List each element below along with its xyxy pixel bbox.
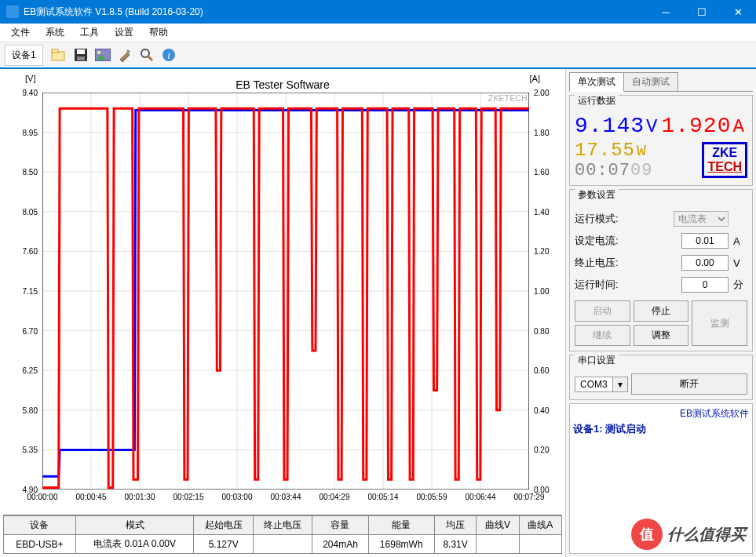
cell-startv: 5.127V <box>194 535 253 554</box>
set-current-input[interactable] <box>681 233 729 249</box>
svg-text:i: i <box>167 49 170 61</box>
results-table: 设备 模式 起始电压 终止电压 容量 能量 均压 曲线V 曲线A EBD-USB… <box>3 515 562 554</box>
svg-rect-0 <box>52 52 64 60</box>
smzdm-watermark: 值 什么值得买 <box>631 519 746 550</box>
cell-endv <box>253 535 312 554</box>
com-port-select[interactable]: COM3▾ <box>575 377 628 392</box>
menu-settings[interactable]: 设置 <box>107 24 141 41</box>
th-curvea: 曲线A <box>519 516 561 535</box>
zketech-logo: ZKE TECH <box>702 142 747 177</box>
param-group: 参数设置 运行模式: 电流表 设定电流: A 终止电压: <box>569 189 753 351</box>
maximize-button[interactable]: ☐ <box>684 0 720 24</box>
svg-point-6 <box>97 51 100 54</box>
run-time-label: 运行时间: <box>575 278 677 292</box>
menu-help[interactable]: 帮助 <box>141 24 176 41</box>
th-startv: 起始电压 <box>194 516 253 535</box>
image-icon[interactable] <box>92 44 114 66</box>
svg-line-9 <box>148 56 152 60</box>
run-data-group: 运行数据 9.143V 1.920A 17.55W 00:0709 ZKE T <box>569 95 753 186</box>
y-left-unit: [V] <box>25 74 35 83</box>
window-title: EB测试系统软件 V1.8.5 (Build 2016-03-20) <box>24 5 648 19</box>
voltage-display: 9.143V <box>575 114 658 138</box>
minimize-button[interactable]: ─ <box>648 0 684 24</box>
set-current-label: 设定电流: <box>575 234 677 248</box>
th-endv: 终止电压 <box>253 516 312 535</box>
cell-avgv: 8.31V <box>434 535 476 554</box>
cell-swatch-a[interactable] <box>519 535 561 554</box>
th-capacity: 容量 <box>312 516 368 535</box>
svg-point-8 <box>141 49 149 57</box>
status-log: EB测试系统软件 设备1: 测试启动 值 什么值得买 <box>569 403 753 554</box>
y-right-unit: [A] <box>530 74 540 83</box>
info-icon[interactable]: i <box>158 44 180 66</box>
run-time-input[interactable] <box>681 277 729 293</box>
chart-title: EB Tester Software <box>236 78 330 91</box>
th-mode: 模式 <box>75 516 194 535</box>
cell-device: EBD-USB+ <box>4 535 76 554</box>
th-device: 设备 <box>4 516 76 535</box>
th-avgv: 均压 <box>434 516 476 535</box>
continue-button[interactable]: 继续 <box>575 325 630 346</box>
search-icon[interactable] <box>136 44 158 66</box>
mode-select[interactable]: 电流表 <box>674 211 729 227</box>
menu-tools[interactable]: 工具 <box>72 24 107 41</box>
save-icon[interactable] <box>70 44 92 66</box>
table-row[interactable]: EBD-USB+ 电流表 0.01A 0.00V 5.127V 204mAh 1… <box>4 535 562 554</box>
menu-system[interactable]: 系统 <box>38 24 72 41</box>
menu-file[interactable]: 文件 <box>3 24 38 41</box>
titlebar: EB测试系统软件 V1.8.5 (Build 2016-03-20) ─ ☐ ✕ <box>0 0 756 24</box>
svg-rect-3 <box>77 49 85 54</box>
toolbar: 设备1 i <box>0 42 756 69</box>
svg-rect-1 <box>52 49 58 53</box>
stop-button[interactable]: 停止 <box>634 300 689 322</box>
timer-display: 00:0709 <box>575 161 652 180</box>
cell-swatch-v[interactable] <box>477 535 519 554</box>
device-tab[interactable]: 设备1 <box>5 45 43 66</box>
menubar: 文件 系统 工具 设置 帮助 <box>0 24 756 42</box>
tab-auto-test[interactable]: 自动测试 <box>623 72 678 91</box>
cell-capacity: 204mAh <box>312 535 368 554</box>
open-icon[interactable] <box>48 44 70 66</box>
adjust-button[interactable]: 调整 <box>634 325 689 346</box>
svg-rect-4 <box>77 56 85 60</box>
app-icon <box>6 5 19 18</box>
cutoff-v-input[interactable] <box>681 255 729 271</box>
th-curvev: 曲线V <box>477 516 519 535</box>
power-display: 17.55W <box>575 140 647 161</box>
cell-mode: 电流表 0.01A 0.00V <box>75 535 194 554</box>
start-button[interactable]: 启动 <box>575 300 630 322</box>
tab-single-test[interactable]: 单次测试 <box>569 72 624 92</box>
th-energy: 能量 <box>368 516 434 535</box>
disconnect-button[interactable]: 断开 <box>631 373 747 395</box>
close-button[interactable]: ✕ <box>720 0 756 24</box>
cell-energy: 1698mWh <box>368 535 434 554</box>
mode-label: 运行模式: <box>575 212 669 226</box>
cutoff-v-label: 终止电压: <box>575 256 677 270</box>
monitor-button[interactable]: 监测 <box>692 300 747 346</box>
test-mode-tabs: 单次测试 自动测试 <box>569 72 753 92</box>
tools-icon[interactable] <box>114 44 136 66</box>
chart-area: [V] [A] EB Tester Software ZKETECH 4.905… <box>3 72 562 511</box>
current-display: 1.920A <box>661 114 744 138</box>
serial-group: 串口设置 COM3▾ 断开 <box>569 355 753 400</box>
